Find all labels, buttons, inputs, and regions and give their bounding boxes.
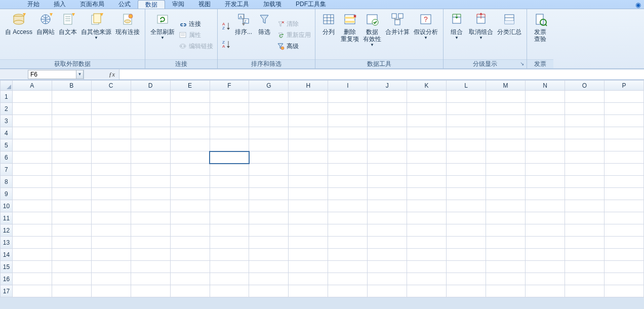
cell-C2[interactable] (91, 103, 131, 115)
col-header-I[interactable]: I (328, 81, 368, 91)
tab-2[interactable]: 页面布局 (73, 0, 111, 9)
cell-P11[interactable] (604, 212, 643, 224)
cell-B8[interactable] (52, 176, 91, 188)
cell-L15[interactable] (447, 261, 486, 273)
cell-O17[interactable] (565, 285, 604, 297)
cell-L10[interactable] (447, 200, 486, 212)
row-header-8[interactable]: 8 (1, 176, 13, 188)
cell-M11[interactable] (486, 212, 526, 224)
cell-A9[interactable] (12, 188, 52, 200)
cell-J8[interactable] (368, 176, 407, 188)
cell-C11[interactable] (91, 212, 131, 224)
cell-D6[interactable] (131, 151, 170, 164)
cell-L8[interactable] (447, 176, 486, 188)
cell-M6[interactable] (486, 151, 526, 164)
cell-A2[interactable] (12, 103, 52, 115)
cell-P16[interactable] (604, 273, 643, 285)
row-header-6[interactable]: 6 (1, 151, 13, 164)
cell-K7[interactable] (407, 164, 447, 176)
cell-G3[interactable] (249, 115, 289, 127)
cell-E10[interactable] (170, 200, 210, 212)
cell-M5[interactable] (486, 139, 526, 151)
cell-F12[interactable] (210, 224, 249, 237)
cell-L6[interactable] (447, 151, 486, 164)
name-box[interactable]: F6 ▼ (28, 70, 84, 79)
cell-I2[interactable] (328, 103, 368, 115)
cell-K4[interactable] (407, 127, 447, 139)
cell-E7[interactable] (170, 164, 210, 176)
cell-P12[interactable] (604, 224, 643, 237)
cell-C16[interactable] (91, 273, 131, 285)
cell-P4[interactable] (604, 127, 643, 139)
cell-B12[interactable] (52, 224, 91, 237)
cell-P10[interactable] (604, 200, 643, 212)
row-header-7[interactable]: 7 (1, 164, 13, 176)
col-header-N[interactable]: N (526, 81, 565, 91)
tab-5[interactable]: 审阅 (165, 0, 191, 9)
cell-G14[interactable] (249, 249, 289, 261)
dialog-launcher-icon[interactable]: ↘ (518, 60, 526, 67)
cell-J5[interactable] (368, 139, 407, 151)
cell-N6[interactable] (526, 151, 565, 164)
cell-C3[interactable] (91, 115, 131, 127)
row-header-11[interactable]: 11 (1, 212, 13, 224)
cell-L14[interactable] (447, 249, 486, 261)
cell-I17[interactable] (328, 285, 368, 297)
cell-I4[interactable] (328, 127, 368, 139)
cell-I14[interactable] (328, 249, 368, 261)
cell-M13[interactable] (486, 237, 526, 249)
cell-J3[interactable] (368, 115, 407, 127)
cell-H9[interactable] (289, 188, 328, 200)
cell-H16[interactable] (289, 273, 328, 285)
cell-J7[interactable] (368, 164, 407, 176)
cell-H6[interactable] (289, 151, 328, 164)
tab-6[interactable]: 视图 (191, 0, 218, 9)
cell-H2[interactable] (289, 103, 328, 115)
btn-3-3[interactable]: 合并计算 (383, 10, 412, 59)
cell-N4[interactable] (526, 127, 565, 139)
cell-K8[interactable] (407, 176, 447, 188)
cell-L13[interactable] (447, 237, 486, 249)
cell-C10[interactable] (91, 200, 131, 212)
cell-C6[interactable] (91, 151, 131, 164)
col-header-M[interactable]: M (486, 81, 526, 91)
name-box-dropdown[interactable]: ▼ (76, 70, 83, 79)
cell-C9[interactable] (91, 188, 131, 200)
row-header-17[interactable]: 17 (1, 285, 13, 297)
cell-I6[interactable] (328, 151, 368, 164)
cell-O10[interactable] (565, 200, 604, 212)
cell-N5[interactable] (526, 139, 565, 151)
cell-J11[interactable] (368, 212, 407, 224)
cell-G16[interactable] (249, 273, 289, 285)
cell-H4[interactable] (289, 127, 328, 139)
cell-N15[interactable] (526, 261, 565, 273)
cell-L9[interactable] (447, 188, 486, 200)
cell-A16[interactable] (12, 273, 52, 285)
cell-H10[interactable] (289, 200, 328, 212)
cell-I15[interactable] (328, 261, 368, 273)
cell-H13[interactable] (289, 237, 328, 249)
cell-D14[interactable] (131, 249, 170, 261)
cell-E14[interactable] (170, 249, 210, 261)
cell-H11[interactable] (289, 212, 328, 224)
cell-F17[interactable] (210, 285, 249, 297)
cell-O2[interactable] (565, 103, 604, 115)
cell-I13[interactable] (328, 237, 368, 249)
cell-G8[interactable] (249, 176, 289, 188)
cell-H15[interactable] (289, 261, 328, 273)
cell-N9[interactable] (526, 188, 565, 200)
cell-A5[interactable] (12, 139, 52, 151)
cell-M16[interactable] (486, 273, 526, 285)
cell-C13[interactable] (91, 237, 131, 249)
col-header-O[interactable]: O (565, 81, 604, 91)
cell-F4[interactable] (210, 127, 249, 139)
cell-J10[interactable] (368, 200, 407, 212)
cell-F15[interactable] (210, 261, 249, 273)
cell-B7[interactable] (52, 164, 91, 176)
cell-F9[interactable] (210, 188, 249, 200)
cell-F14[interactable] (210, 249, 249, 261)
cell-M4[interactable] (486, 127, 526, 139)
cell-N14[interactable] (526, 249, 565, 261)
cell-M15[interactable] (486, 261, 526, 273)
cell-P13[interactable] (604, 237, 643, 249)
